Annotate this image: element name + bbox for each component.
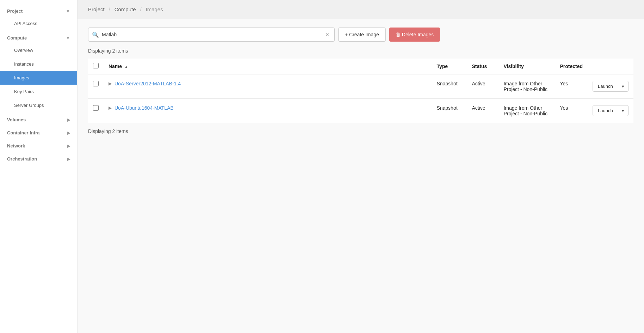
expand-icon-0[interactable]: ▶ [109, 81, 112, 86]
sort-icon: ▲ [124, 65, 128, 69]
sidebar-overview-label: Overview [14, 48, 33, 53]
sidebar-item-api-access[interactable]: API Access [0, 17, 77, 30]
delete-images-button[interactable]: 🗑 Delete Images [389, 28, 440, 42]
search-icon: 🔍 [92, 31, 99, 38]
table-row: ▶ UoA-Ubuntu1604-MATLAB Snapshot Active … [88, 99, 633, 123]
sidebar-orchestration[interactable]: Orchestration ▶ [0, 151, 77, 164]
row-status-1: Active [467, 99, 499, 123]
row-type-1: Snapshot [432, 99, 467, 123]
row-checkbox-1[interactable] [93, 105, 99, 111]
row-visibility-1: Image from Other Project - Non-Public [499, 99, 555, 123]
image-name-link-0[interactable]: UoA-Server2012-MATLAB-1.4 [114, 81, 181, 86]
expand-icon-1[interactable]: ▶ [109, 105, 112, 110]
row-visibility-0: Image from Other Project - Non-Public [499, 74, 555, 99]
action-btn-group-0: Launch ▼ [593, 81, 628, 92]
row-type-0: Snapshot [432, 74, 467, 99]
row-checkbox-0[interactable] [93, 81, 99, 86]
select-all-checkbox[interactable] [93, 63, 99, 68]
sidebar-container-infra-label: Container Infra [7, 130, 39, 135]
breadcrumb-sep2: / [140, 6, 141, 12]
search-box: 🔍 ✕ [88, 28, 335, 42]
sidebar-images-label: Images [14, 75, 29, 80]
table-row: ▶ UoA-Server2012-MATLAB-1.4 Snapshot Act… [88, 74, 633, 99]
sidebar-volumes[interactable]: Volumes ▶ [0, 112, 77, 125]
sidebar-network[interactable]: Network ▶ [0, 138, 77, 151]
sidebar-volumes-label: Volumes [7, 117, 26, 122]
sidebar-key-pairs-label: Key Pairs [14, 89, 34, 94]
breadcrumb-project[interactable]: Project [88, 6, 105, 12]
action-dropdown-1[interactable]: ▼ [618, 106, 628, 115]
sidebar-server-groups-label: Server Groups [14, 103, 44, 108]
network-chevron-icon: ▶ [67, 144, 70, 149]
sidebar-compute-label: Compute [7, 35, 27, 41]
col-protected-header: Protected [555, 59, 588, 74]
breadcrumb-sep1: / [109, 6, 110, 12]
col-actions-header [588, 59, 633, 74]
sidebar-container-infra[interactable]: Container Infra ▶ [0, 125, 77, 138]
main-content: Project / Compute / Images 🔍 ✕ + Create … [78, 0, 644, 333]
sidebar-item-overview[interactable]: Overview [0, 43, 77, 57]
display-count-bottom: Displaying 2 items [88, 128, 633, 134]
container-infra-chevron-icon: ▶ [67, 131, 70, 135]
sidebar-item-server-groups[interactable]: Server Groups [0, 98, 77, 112]
sidebar-orchestration-label: Orchestration [7, 156, 37, 162]
sidebar-item-key-pairs[interactable]: Key Pairs [0, 85, 77, 98]
sidebar-project[interactable]: Project ▼ [0, 4, 77, 17]
row-status-0: Active [467, 74, 499, 99]
content-area: 🔍 ✕ + Create Image 🗑 Delete Images Displ… [78, 19, 644, 333]
breadcrumb-compute[interactable]: Compute [114, 6, 136, 12]
create-image-button[interactable]: + Create Image [338, 28, 386, 42]
sidebar-item-images[interactable]: Images [0, 71, 77, 85]
launch-button-0[interactable]: Launch [593, 81, 618, 91]
images-table: Name ▲ Type Status Visibility Protected [88, 59, 633, 123]
search-clear-icon[interactable]: ✕ [324, 32, 331, 37]
action-btn-group-1: Launch ▼ [593, 105, 628, 116]
breadcrumb: Project / Compute / Images [78, 0, 644, 19]
sidebar-project-label: Project [7, 8, 23, 14]
project-chevron-icon: ▼ [66, 9, 70, 14]
display-count-top: Displaying 2 items [88, 48, 633, 54]
row-protected-0: Yes [555, 74, 588, 99]
sidebar-network-label: Network [7, 143, 25, 149]
search-input[interactable] [102, 32, 324, 37]
sidebar-compute[interactable]: Compute ▼ [0, 30, 77, 43]
toolbar: 🔍 ✕ + Create Image 🗑 Delete Images [88, 28, 633, 42]
compute-chevron-icon: ▼ [66, 36, 70, 41]
col-status-header: Status [467, 59, 499, 74]
col-type-header: Type [432, 59, 467, 74]
image-name-link-1[interactable]: UoA-Ubuntu1604-MATLAB [114, 105, 174, 111]
launch-button-1[interactable]: Launch [593, 105, 618, 116]
col-visibility-header: Visibility [499, 59, 555, 74]
sidebar-instances-label: Instances [14, 61, 34, 67]
sidebar-item-instances[interactable]: Instances [0, 57, 77, 71]
col-name-header[interactable]: Name [109, 63, 122, 69]
sidebar: Project ▼ API Access Compute ▼ Overview … [0, 0, 78, 333]
breadcrumb-current: Images [145, 6, 163, 12]
orchestration-chevron-icon: ▶ [67, 157, 70, 162]
row-protected-1: Yes [555, 99, 588, 123]
action-dropdown-0[interactable]: ▼ [618, 82, 628, 91]
sidebar-api-access-label: API Access [14, 21, 37, 26]
volumes-chevron-icon: ▶ [67, 117, 70, 122]
